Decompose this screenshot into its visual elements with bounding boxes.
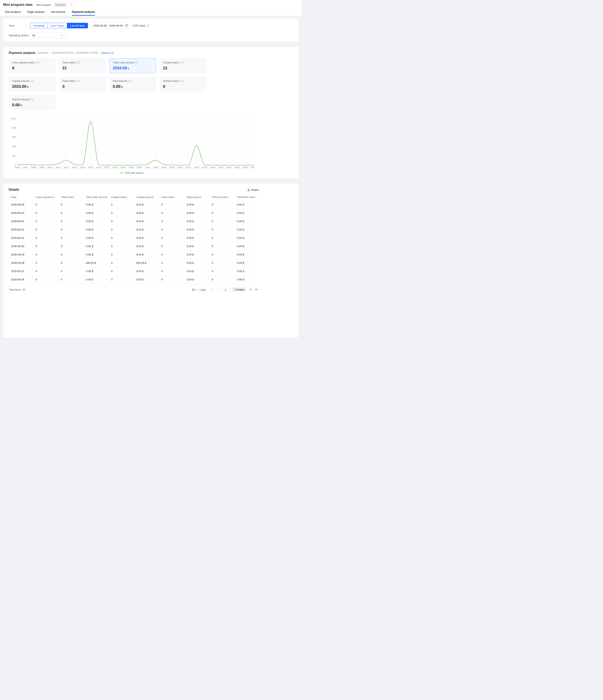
help-icon[interactable]: ? [77, 80, 79, 82]
date-range-picker[interactable]: 2025-05-06 ~ 2025-06-04 [91, 23, 130, 28]
topbar: Mini program data Mini program [0, 0, 302, 7]
download-icon [247, 188, 250, 191]
tab-payment-analysis[interactable]: Payment analysis [72, 8, 95, 16]
table-cell: 0.00 $ [235, 217, 259, 226]
table-cell: 0 [159, 251, 184, 259]
table-cell: 0.00 $ [235, 259, 259, 267]
page-number-input[interactable] [221, 287, 230, 292]
page-size-select[interactable]: 10 [192, 288, 198, 291]
column-header-paid-amount: Paid amount [184, 194, 209, 201]
stat-card-unpaid-amount[interactable]: Unpaid amount?2553.00$ [9, 77, 55, 92]
table-cell: 632.00 $ [84, 259, 109, 267]
time-last-7-days-button[interactable]: Last 7 days [48, 23, 67, 28]
chart-legend[interactable]: Total order amount [9, 172, 254, 174]
table-cell: 0 [58, 217, 84, 226]
svg-text:05/16: 05/16 [96, 166, 101, 169]
table-row: 2025-05-29000.00 $00.00 $00.00 $00.00 $ [9, 251, 259, 259]
last-page-button[interactable] [254, 287, 259, 292]
help-icon[interactable]: ? [77, 61, 80, 64]
help-icon[interactable]: ? [135, 61, 138, 64]
tab-visit-analysis[interactable]: Visit analysis [5, 8, 21, 16]
svg-text:05/23: 05/23 [153, 166, 158, 169]
tab-ad-revenue[interactable]: Ad revenue [51, 8, 65, 16]
svg-text:05/20: 05/20 [129, 166, 134, 169]
utc-time-note: (UTC time) [133, 24, 146, 27]
svg-text:05/26: 05/26 [178, 166, 183, 169]
table-row: 2025-05-27000.00 $00.00 $00.00 $00.00 $ [9, 267, 259, 275]
table-row: 2025-06-01000.00 $00.00 $00.00 $00.00 $ [9, 226, 259, 234]
table-cell: 0.00 $ [184, 201, 209, 209]
stat-value: 0 [163, 84, 203, 89]
table-cell: 0.00 $ [184, 234, 209, 242]
time-yesterday-button[interactable]: Yesterday [30, 23, 48, 28]
stat-card-total-order-amount[interactable]: Total order amount?2553.00$ [109, 58, 156, 73]
svg-text:300: 300 [12, 155, 16, 157]
svg-text:05/24: 05/24 [161, 166, 166, 169]
table-cell: 0.00 $ [84, 275, 109, 284]
table-cell: 0 [109, 209, 134, 217]
export-button[interactable]: Export [247, 188, 259, 191]
first-page-button[interactable] [209, 287, 214, 292]
table-cell: 0 [109, 201, 134, 209]
table-cell: 0.00 $ [184, 267, 209, 275]
help-icon[interactable]: ? [181, 80, 183, 82]
operating-system-label: Operating system [9, 34, 30, 37]
svg-text:05/17: 05/17 [104, 166, 109, 169]
stat-card-paid-orders[interactable]: Paid orders?0 [59, 77, 106, 92]
table-cell: 0 [159, 275, 184, 284]
stat-card-unpaid-orders[interactable]: Unpaid orders?21 [160, 58, 206, 73]
stat-card-refund-orders[interactable]: Refund orders?0 [160, 77, 206, 92]
mini-program-select[interactable] [53, 2, 74, 7]
table-cell: 2025-05-27 [9, 267, 33, 275]
refresh-icon [111, 52, 114, 54]
table-cell: 2025-05-29 [9, 251, 33, 259]
table-cell: 0 [33, 201, 58, 209]
table-cell: 0 [109, 242, 134, 251]
table-cell: 0 [209, 217, 235, 226]
column-header-date: Date [9, 194, 33, 201]
prev-page-button[interactable] [214, 287, 219, 292]
page-size-value: 10 [192, 288, 195, 291]
help-icon[interactable]: ? [36, 61, 39, 64]
page-title: Mini program data [3, 3, 32, 7]
tab-page-analysis[interactable]: Page analysis [27, 8, 45, 16]
table-cell: 0 [209, 209, 235, 217]
svg-text:05/07: 05/07 [23, 166, 28, 169]
table-cell: 0.00 $ [134, 234, 159, 242]
column-header-total-order-amount: Total order amount [84, 194, 109, 201]
stat-card-refund-amount[interactable]: Refund amount?0.00$ [9, 95, 55, 110]
svg-text:0: 0 [15, 164, 16, 166]
table-cell: 0.00 $ [235, 242, 259, 251]
stat-card-total-orders[interactable]: Total orders?21 [59, 58, 106, 73]
time-range-segmented: Yesterday Last 7 days Last 30 days [30, 23, 88, 28]
total-order-amount-line-chart: 03006009001200150005/0605/0705/0805/0905… [9, 117, 254, 170]
stat-value: 0.00$ [113, 84, 153, 89]
payment-analysis-panel: Payment analysis Local time：2025/05/06 0… [3, 47, 298, 179]
stat-card-paid-amount[interactable]: Paid amount?0.00$ [109, 77, 156, 92]
table-cell: 0 [109, 234, 134, 242]
next-page-button[interactable] [248, 287, 253, 292]
stat-label: Users placed orders? [12, 61, 52, 64]
svg-text:05/22: 05/22 [145, 166, 150, 169]
help-icon[interactable]: ? [181, 61, 183, 64]
help-icon[interactable]: ? [128, 80, 131, 82]
help-icon[interactable]: ? [31, 80, 33, 82]
help-icon[interactable]: ? [147, 24, 149, 27]
os-select[interactable]: All [30, 32, 65, 38]
stat-value: 21 [163, 66, 203, 70]
column-header-refunded-order-amount: Refunded order amount [235, 194, 259, 201]
svg-text:05/09: 05/09 [39, 166, 44, 169]
table-cell: 0.00 $ [134, 201, 159, 209]
help-icon[interactable]: ? [31, 98, 34, 101]
table-row: 2025-06-03000.00 $00.00 $00.00 $00.00 $ [9, 209, 259, 217]
table-cell: 0 [209, 267, 235, 275]
table-cell: 0 [159, 217, 184, 226]
per-page-label: / page [199, 288, 206, 291]
table-row: 2025-06-04000.00 $00.00 $00.00 $00.00 $ [9, 201, 259, 209]
table-cell: 0 [209, 234, 235, 242]
time-last-30-days-button[interactable]: Last 30 days [67, 23, 88, 28]
table-cell: 0 [33, 209, 58, 217]
column-header-total-orders: Total orders [58, 194, 84, 201]
refresh-button[interactable]: Refresh [101, 52, 114, 54]
stat-card-users-placed-orders[interactable]: Users placed orders?8 [9, 58, 55, 73]
